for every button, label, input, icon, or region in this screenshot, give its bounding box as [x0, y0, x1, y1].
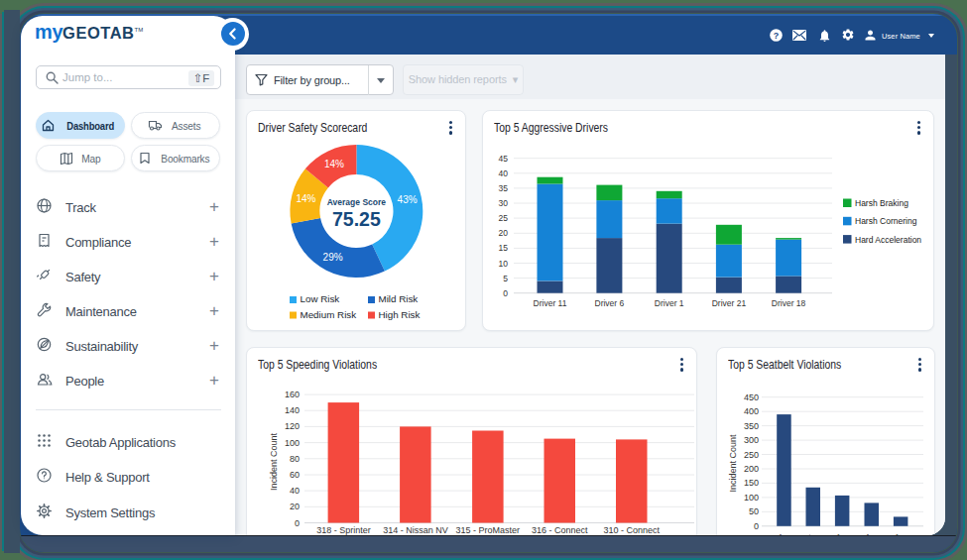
- svg-text:Driver 6: Driver 6: [595, 298, 625, 308]
- svg-text:5: 5: [503, 274, 508, 283]
- svg-text:15: 15: [499, 243, 509, 253]
- svg-text:Driver 11: Driver 11: [534, 298, 567, 308]
- svg-text:Harsh Cornering: Harsh Cornering: [855, 216, 917, 226]
- svg-text:315 - ProMaster: 315 - ProMaster: [456, 525, 521, 535]
- svg-text:Medium Risk: Medium Risk: [301, 309, 357, 320]
- svg-text:350: 350: [744, 421, 759, 431]
- svg-text:318 - Sprinter: 318 - Sprinter: [316, 525, 371, 535]
- svg-text:75.25: 75.25: [332, 208, 381, 230]
- svg-text:Harsh Braking: Harsh Braking: [855, 198, 908, 208]
- svg-text:311 - Transit: 311 - Transit: [865, 532, 903, 535]
- svg-text:0: 0: [503, 288, 508, 298]
- svg-text:40: 40: [499, 168, 509, 178]
- svg-text:316 - Connect: 316 - Connect: [532, 525, 588, 535]
- svg-text:100: 100: [744, 493, 759, 503]
- svg-text:40: 40: [290, 486, 300, 496]
- svg-text:60: 60: [290, 470, 300, 480]
- svg-text:Hard Acceleration: Hard Acceleration: [855, 235, 921, 245]
- svg-text:25: 25: [499, 213, 509, 223]
- svg-text:43%: 43%: [398, 194, 418, 205]
- svg-text:307 - Transit: 307 - Transit: [806, 532, 844, 535]
- svg-text:20: 20: [499, 228, 509, 238]
- svg-text:0: 0: [295, 518, 300, 528]
- svg-text:314 - Nissan NV: 314 - Nissan NV: [383, 525, 448, 535]
- svg-text:35: 35: [499, 183, 509, 193]
- svg-text:Driver 21: Driver 21: [712, 298, 747, 308]
- svg-text:150: 150: [744, 478, 759, 488]
- svg-text:301 - Transit: 301 - Transit: [748, 532, 786, 535]
- svg-text:Incident Count: Incident Count: [269, 432, 279, 491]
- svg-text:30: 30: [499, 198, 509, 208]
- svg-text:120: 120: [285, 421, 300, 431]
- svg-text:Average Score: Average Score: [327, 197, 386, 207]
- svg-text:29%: 29%: [323, 252, 343, 263]
- svg-text:14%: 14%: [324, 159, 344, 169]
- svg-text:Low Risk: Low Risk: [301, 293, 340, 304]
- svg-text:100: 100: [285, 438, 300, 448]
- svg-text:High Risk: High Risk: [379, 309, 421, 320]
- svg-text:450: 450: [744, 392, 759, 402]
- svg-text:400: 400: [744, 406, 759, 416]
- svg-text:140: 140: [285, 405, 300, 415]
- svg-text:45: 45: [499, 154, 509, 164]
- svg-text:250: 250: [744, 450, 759, 460]
- svg-text:Incident Count: Incident Count: [728, 434, 738, 493]
- svg-text:50: 50: [749, 506, 759, 516]
- svg-text:310 - Connect: 310 - Connect: [604, 525, 661, 535]
- svg-text:Mild Risk: Mild Risk: [379, 293, 419, 304]
- svg-text:?: ?: [773, 30, 779, 40]
- svg-text:0: 0: [754, 521, 759, 531]
- svg-text:14%: 14%: [296, 193, 315, 204]
- svg-text:20: 20: [290, 502, 300, 511]
- svg-text:Driver 18: Driver 18: [772, 298, 806, 308]
- svg-text:10: 10: [499, 259, 509, 269]
- svg-text:Driver 1: Driver 1: [655, 298, 684, 308]
- svg-text:80: 80: [290, 454, 300, 464]
- svg-text:300: 300: [744, 435, 759, 445]
- svg-text:200: 200: [744, 464, 759, 474]
- svg-text:160: 160: [285, 390, 300, 399]
